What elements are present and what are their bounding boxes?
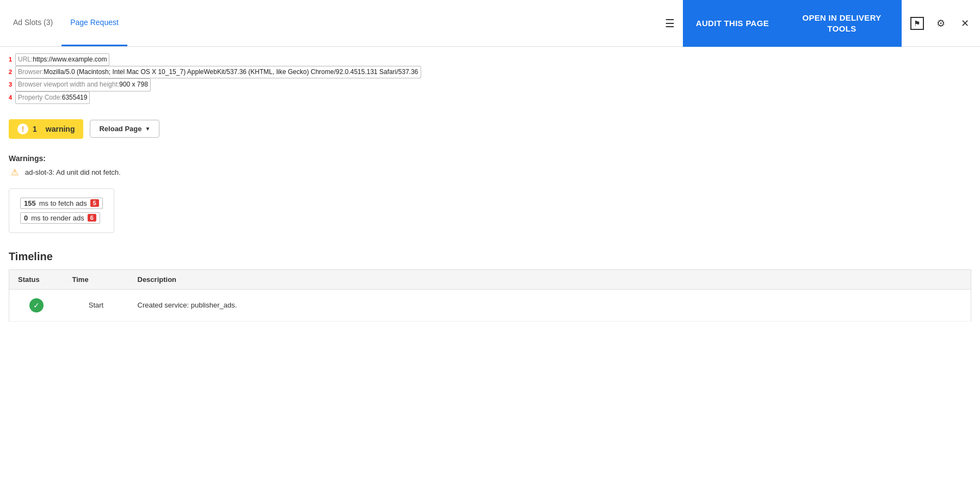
chevron-down-icon: ▼ [145, 126, 151, 132]
settings-icon-button[interactable]: ⚙ [930, 13, 952, 34]
info-row-2: 2 Browser: Mozilla/5.0 (Macintosh; Intel… [9, 66, 971, 78]
hamburger-button[interactable]: ☰ [657, 10, 683, 36]
browser-box: Browser: Mozilla/5.0 (Macintosh; Intel M… [15, 66, 421, 78]
render-badge: 6 [88, 214, 96, 222]
render-ms-label: ms to render ads [31, 214, 84, 222]
toolbar: Ad Slots (3) Page Request ☰ AUDIT THIS P… [0, 0, 980, 47]
info-row-1: 1 URL: https://www.example.com [9, 53, 971, 66]
col-header-status: Status [9, 269, 64, 289]
fetch-stat-row: 155 ms to fetch ads 5 [20, 198, 103, 209]
open-in-delivery-tools-button[interactable]: OPEN IN DELIVERY TOOLS [782, 0, 902, 47]
info-row-3: 3 Browser viewport width and height: 900… [9, 78, 971, 91]
render-stat-box: 0 ms to render ads 6 [20, 212, 100, 224]
main-content: 1 URL: https://www.example.com 2 Browser… [0, 47, 980, 328]
close-icon-button[interactable]: ✕ [954, 13, 976, 34]
warnings-title: Warnings: [9, 154, 971, 163]
tab-ad-slots[interactable]: Ad Slots (3) [4, 0, 61, 46]
warning-badge: ! 1 warning [9, 119, 83, 139]
timeline-title: Timeline [9, 250, 971, 263]
warning-section: ! 1 warning Reload Page ▼ [9, 119, 971, 139]
warning-count: 1 [33, 125, 37, 133]
close-icon: ✕ [961, 17, 969, 29]
property-code-box: Property Code: 6355419 [15, 91, 90, 104]
render-ms-value: 0 [24, 214, 28, 222]
timeline-status-cell: ✓ [9, 289, 64, 321]
col-header-time: Time [64, 269, 129, 289]
tab-bar: Ad Slots (3) Page Request [0, 0, 127, 46]
warning-item-icon: ⚠ [11, 167, 19, 177]
render-stat-row: 0 ms to render ads 6 [20, 212, 103, 224]
col-header-description: Description [129, 269, 971, 289]
feedback-icon-button[interactable]: ⚑ [906, 13, 928, 34]
timeline-description-cell: Created service: publisher_ads. [129, 289, 971, 321]
stats-box: 155 ms to fetch ads 5 0 ms to render ads… [9, 188, 114, 233]
warning-label: warning [46, 125, 75, 133]
fetch-stat-box: 155 ms to fetch ads 5 [20, 198, 103, 209]
reload-page-button[interactable]: Reload Page ▼ [90, 120, 159, 138]
timeline-header-row: Status Time Description [9, 269, 971, 289]
warning-badge-icon: ! [17, 124, 28, 134]
tab-page-request[interactable]: Page Request [61, 0, 127, 46]
fetch-ms-value: 155 [24, 199, 36, 207]
feedback-icon: ⚑ [910, 17, 924, 30]
viewport-box: Browser viewport width and height: 900 x… [15, 78, 151, 91]
table-row: ✓ Start Created service: publisher_ads. [9, 289, 971, 321]
audit-this-page-button[interactable]: AUDIT THIS PAGE [683, 0, 782, 47]
timeline-time-cell: Start [64, 289, 129, 321]
fetch-ms-label: ms to fetch ads [39, 199, 87, 207]
url-box: URL: https://www.example.com [15, 53, 109, 66]
gear-icon: ⚙ [936, 17, 945, 29]
fetch-badge: 5 [90, 199, 99, 207]
toolbar-icons: ⚑ ⚙ ✕ [902, 13, 980, 34]
timeline-table: Status Time Description ✓ Start Created … [9, 269, 971, 322]
warning-item-message: ad-slot-3: Ad unit did not fetch. [25, 168, 121, 176]
green-check-icon: ✓ [29, 298, 44, 312]
warning-item: ⚠ ad-slot-3: Ad unit did not fetch. [11, 167, 971, 177]
info-row-4: 4 Property Code: 6355419 [9, 91, 971, 104]
